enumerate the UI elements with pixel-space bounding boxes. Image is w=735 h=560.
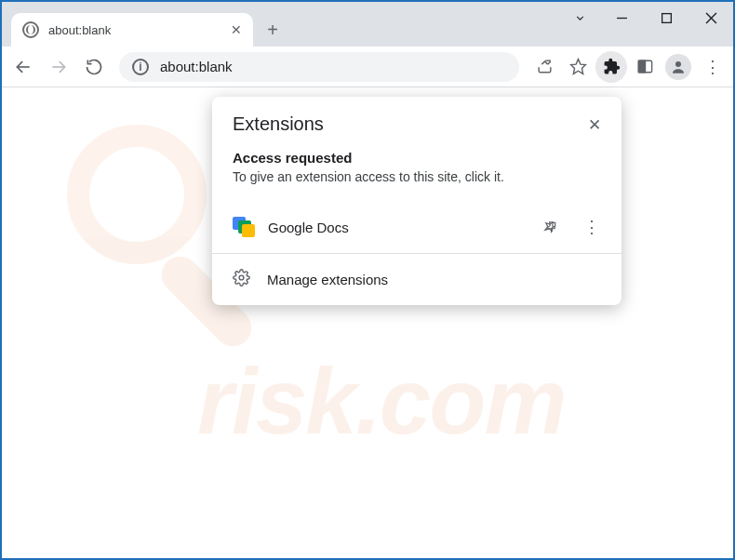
manage-extensions-label: Manage extensions bbox=[267, 272, 388, 287]
new-tab-button[interactable]: + bbox=[259, 16, 287, 44]
share-icon[interactable] bbox=[528, 51, 560, 83]
maximize-button[interactable] bbox=[644, 2, 688, 33]
extension-name: Google Docs bbox=[268, 220, 523, 235]
tab-close-icon[interactable]: ✕ bbox=[231, 22, 242, 37]
popup-close-icon[interactable]: ✕ bbox=[584, 113, 605, 137]
forward-button[interactable] bbox=[43, 51, 74, 83]
sidepanel-icon[interactable] bbox=[629, 51, 661, 83]
titlebar: about:blank ✕ + bbox=[2, 2, 733, 47]
tab-title: about:blank bbox=[48, 23, 221, 37]
back-button[interactable] bbox=[7, 51, 39, 83]
browser-tab[interactable]: about:blank ✕ bbox=[11, 13, 253, 47]
svg-marker-6 bbox=[570, 60, 585, 74]
google-docs-icon bbox=[233, 217, 253, 237]
more-options-icon[interactable]: ⋮ bbox=[579, 214, 605, 240]
gear-icon bbox=[233, 269, 250, 290]
site-info-icon[interactable]: i bbox=[132, 59, 149, 75]
svg-rect-8 bbox=[638, 60, 645, 73]
extension-row[interactable]: Google Docs ⋮ bbox=[212, 201, 621, 253]
extensions-popup: Extensions ✕ Access requested To give an… bbox=[212, 97, 621, 305]
page-content: risk.com Extensions ✕ Access requested T… bbox=[2, 87, 733, 558]
kebab-menu-icon[interactable]: ⋮ bbox=[696, 51, 728, 83]
minimize-button[interactable] bbox=[599, 2, 644, 33]
svg-point-9 bbox=[675, 61, 681, 67]
extensions-puzzle-icon[interactable] bbox=[595, 51, 627, 83]
svg-point-11 bbox=[239, 275, 244, 280]
access-requested-heading: Access requested bbox=[233, 150, 601, 166]
profile-avatar[interactable] bbox=[662, 51, 694, 83]
address-bar[interactable]: i about:blank bbox=[119, 52, 519, 82]
chevron-down-icon[interactable] bbox=[560, 2, 599, 33]
address-text: about:blank bbox=[160, 59, 233, 74]
svg-rect-1 bbox=[662, 13, 671, 22]
toolbar: i about:blank ⋮ bbox=[2, 47, 733, 87]
access-requested-description: To give an extension access to this site… bbox=[233, 169, 601, 184]
manage-extensions-button[interactable]: Manage extensions bbox=[212, 254, 621, 305]
popup-title: Extensions bbox=[233, 113, 324, 135]
bookmark-star-icon[interactable] bbox=[562, 51, 594, 83]
window-controls bbox=[560, 2, 733, 33]
reload-button[interactable] bbox=[78, 51, 110, 83]
globe-icon bbox=[22, 21, 39, 38]
pin-icon[interactable] bbox=[538, 214, 564, 240]
close-window-button[interactable] bbox=[688, 2, 733, 33]
